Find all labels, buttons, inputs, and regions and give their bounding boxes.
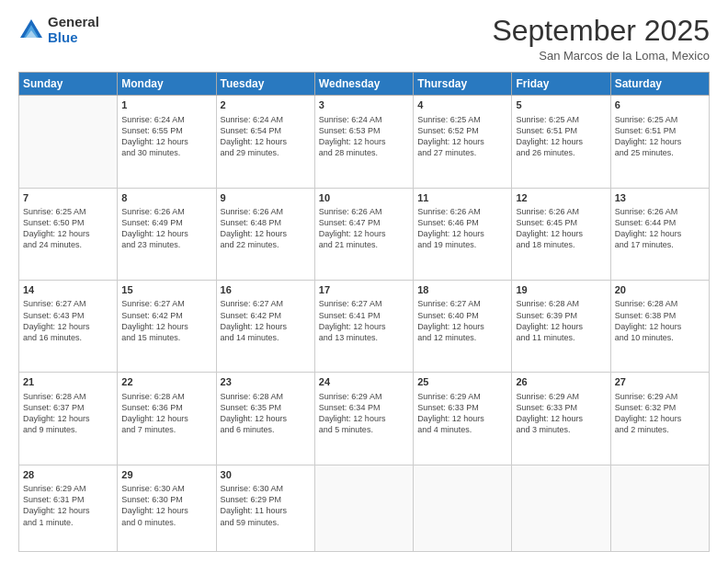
day-cell: 13Sunrise: 6:26 AM Sunset: 6:44 PM Dayli…	[610, 188, 709, 280]
logo-icon	[18, 17, 44, 43]
day-info: Sunrise: 6:29 AM Sunset: 6:32 PM Dayligh…	[615, 391, 705, 436]
day-info: Sunrise: 6:26 AM Sunset: 6:44 PM Dayligh…	[615, 206, 705, 251]
day-number: 26	[516, 375, 606, 389]
logo-general: General	[48, 15, 99, 30]
week-row-1: 7Sunrise: 6:25 AM Sunset: 6:50 PM Daylig…	[19, 188, 710, 280]
day-number: 19	[516, 283, 606, 297]
day-info: Sunrise: 6:24 AM Sunset: 6:53 PM Dayligh…	[319, 114, 409, 159]
day-cell: 3Sunrise: 6:24 AM Sunset: 6:53 PM Daylig…	[314, 96, 413, 188]
day-info: Sunrise: 6:30 AM Sunset: 6:29 PM Dayligh…	[221, 483, 311, 528]
col-monday: Monday	[118, 73, 216, 96]
day-info: Sunrise: 6:26 AM Sunset: 6:48 PM Dayligh…	[221, 206, 311, 251]
day-number: 9	[221, 191, 311, 205]
day-cell: 12Sunrise: 6:26 AM Sunset: 6:45 PM Dayli…	[512, 188, 610, 280]
day-cell: 28Sunrise: 6:29 AM Sunset: 6:31 PM Dayli…	[19, 465, 118, 551]
day-cell: 19Sunrise: 6:28 AM Sunset: 6:39 PM Dayli…	[512, 281, 610, 373]
day-cell: 7Sunrise: 6:25 AM Sunset: 6:50 PM Daylig…	[19, 188, 118, 280]
page: General Blue September 2025 San Marcos d…	[0, 0, 728, 563]
day-cell: 10Sunrise: 6:26 AM Sunset: 6:47 PM Dayli…	[314, 188, 413, 280]
day-cell	[314, 465, 413, 551]
day-info: Sunrise: 6:28 AM Sunset: 6:35 PM Dayligh…	[221, 391, 311, 436]
day-cell: 26Sunrise: 6:29 AM Sunset: 6:33 PM Dayli…	[512, 373, 610, 465]
day-info: Sunrise: 6:28 AM Sunset: 6:39 PM Dayligh…	[516, 298, 606, 343]
week-row-4: 28Sunrise: 6:29 AM Sunset: 6:31 PM Dayli…	[19, 465, 710, 551]
day-number: 27	[615, 375, 705, 389]
day-number: 7	[23, 191, 113, 205]
day-number: 14	[23, 283, 113, 297]
header-row: Sunday Monday Tuesday Wednesday Thursday…	[19, 73, 710, 96]
day-cell	[512, 465, 610, 551]
day-cell: 6Sunrise: 6:25 AM Sunset: 6:51 PM Daylig…	[610, 96, 709, 188]
day-number: 18	[417, 283, 507, 297]
day-info: Sunrise: 6:27 AM Sunset: 6:41 PM Dayligh…	[319, 298, 409, 343]
day-number: 10	[319, 191, 409, 205]
day-cell	[414, 465, 512, 551]
day-info: Sunrise: 6:30 AM Sunset: 6:30 PM Dayligh…	[121, 483, 211, 528]
col-sunday: Sunday	[19, 73, 118, 96]
day-number: 6	[615, 98, 705, 112]
day-info: Sunrise: 6:29 AM Sunset: 6:31 PM Dayligh…	[23, 483, 113, 528]
title-block: September 2025 San Marcos de la Loma, Me…	[492, 15, 710, 63]
day-info: Sunrise: 6:24 AM Sunset: 6:55 PM Dayligh…	[121, 114, 211, 159]
day-info: Sunrise: 6:28 AM Sunset: 6:38 PM Dayligh…	[615, 298, 705, 343]
day-cell: 22Sunrise: 6:28 AM Sunset: 6:36 PM Dayli…	[118, 373, 216, 465]
day-number: 23	[221, 375, 311, 389]
day-info: Sunrise: 6:26 AM Sunset: 6:45 PM Dayligh…	[516, 206, 606, 251]
logo-blue: Blue	[48, 30, 99, 46]
day-number: 22	[121, 375, 211, 389]
day-cell: 23Sunrise: 6:28 AM Sunset: 6:35 PM Dayli…	[216, 373, 314, 465]
day-number: 2	[221, 98, 311, 112]
day-number: 11	[417, 191, 507, 205]
day-info: Sunrise: 6:27 AM Sunset: 6:42 PM Dayligh…	[121, 298, 211, 343]
day-number: 28	[23, 468, 113, 482]
calendar-table: Sunday Monday Tuesday Wednesday Thursday…	[18, 72, 710, 552]
location: San Marcos de la Loma, Mexico	[492, 49, 710, 63]
day-cell	[610, 465, 709, 551]
day-number: 24	[319, 375, 409, 389]
day-info: Sunrise: 6:24 AM Sunset: 6:54 PM Dayligh…	[221, 114, 311, 159]
day-cell: 8Sunrise: 6:26 AM Sunset: 6:49 PM Daylig…	[118, 188, 216, 280]
day-number: 1	[121, 98, 211, 112]
day-number: 20	[615, 283, 705, 297]
day-number: 13	[615, 191, 705, 205]
week-row-2: 14Sunrise: 6:27 AM Sunset: 6:43 PM Dayli…	[19, 281, 710, 373]
day-cell: 27Sunrise: 6:29 AM Sunset: 6:32 PM Dayli…	[610, 373, 709, 465]
col-thursday: Thursday	[414, 73, 512, 96]
day-info: Sunrise: 6:25 AM Sunset: 6:51 PM Dayligh…	[516, 114, 606, 159]
col-tuesday: Tuesday	[216, 73, 314, 96]
day-number: 30	[221, 468, 311, 482]
logo: General Blue	[18, 15, 99, 45]
day-cell: 4Sunrise: 6:25 AM Sunset: 6:52 PM Daylig…	[414, 96, 512, 188]
col-saturday: Saturday	[610, 73, 709, 96]
day-info: Sunrise: 6:29 AM Sunset: 6:34 PM Dayligh…	[319, 391, 409, 436]
day-info: Sunrise: 6:25 AM Sunset: 6:50 PM Dayligh…	[23, 206, 113, 251]
day-cell: 15Sunrise: 6:27 AM Sunset: 6:42 PM Dayli…	[118, 281, 216, 373]
col-wednesday: Wednesday	[314, 73, 413, 96]
header: General Blue September 2025 San Marcos d…	[18, 15, 710, 63]
day-cell: 2Sunrise: 6:24 AM Sunset: 6:54 PM Daylig…	[216, 96, 314, 188]
day-cell: 14Sunrise: 6:27 AM Sunset: 6:43 PM Dayli…	[19, 281, 118, 373]
day-cell: 25Sunrise: 6:29 AM Sunset: 6:33 PM Dayli…	[414, 373, 512, 465]
day-cell: 21Sunrise: 6:28 AM Sunset: 6:37 PM Dayli…	[19, 373, 118, 465]
day-info: Sunrise: 6:29 AM Sunset: 6:33 PM Dayligh…	[417, 391, 507, 436]
logo-text: General Blue	[48, 15, 99, 45]
day-cell: 16Sunrise: 6:27 AM Sunset: 6:42 PM Dayli…	[216, 281, 314, 373]
week-row-0: 1Sunrise: 6:24 AM Sunset: 6:55 PM Daylig…	[19, 96, 710, 188]
day-number: 3	[319, 98, 409, 112]
day-number: 5	[516, 98, 606, 112]
day-info: Sunrise: 6:25 AM Sunset: 6:52 PM Dayligh…	[417, 114, 507, 159]
day-cell: 18Sunrise: 6:27 AM Sunset: 6:40 PM Dayli…	[414, 281, 512, 373]
day-info: Sunrise: 6:28 AM Sunset: 6:36 PM Dayligh…	[121, 391, 211, 436]
week-row-3: 21Sunrise: 6:28 AM Sunset: 6:37 PM Dayli…	[19, 373, 710, 465]
day-number: 8	[121, 191, 211, 205]
day-number: 21	[23, 375, 113, 389]
day-info: Sunrise: 6:26 AM Sunset: 6:49 PM Dayligh…	[121, 206, 211, 251]
day-cell: 30Sunrise: 6:30 AM Sunset: 6:29 PM Dayli…	[216, 465, 314, 551]
col-friday: Friday	[512, 73, 610, 96]
day-cell: 17Sunrise: 6:27 AM Sunset: 6:41 PM Dayli…	[314, 281, 413, 373]
day-number: 12	[516, 191, 606, 205]
day-info: Sunrise: 6:26 AM Sunset: 6:47 PM Dayligh…	[319, 206, 409, 251]
day-cell: 1Sunrise: 6:24 AM Sunset: 6:55 PM Daylig…	[118, 96, 216, 188]
day-number: 16	[221, 283, 311, 297]
day-info: Sunrise: 6:28 AM Sunset: 6:37 PM Dayligh…	[23, 391, 113, 436]
